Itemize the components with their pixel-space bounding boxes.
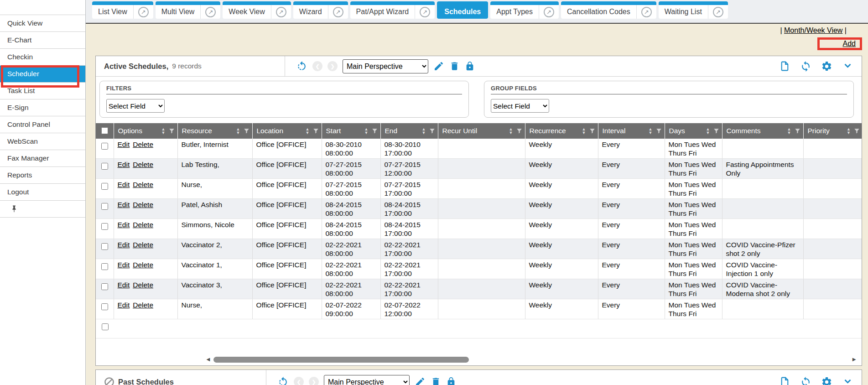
tab-wizard[interactable]: Wizard↗ (293, 1, 348, 19)
perspective-select[interactable]: Main Perspective (324, 375, 410, 385)
filter-funnel-icon[interactable] (794, 128, 801, 134)
scroll-left-arrow-icon[interactable]: ◄ (205, 356, 211, 362)
column-header-interval[interactable]: Interval ▲▼ (598, 123, 665, 139)
popout-arrow-icon[interactable]: ↗ (205, 7, 216, 17)
next-icon[interactable]: ❯ (327, 61, 338, 71)
tab-week-view[interactable]: Week View↗ (223, 1, 291, 19)
tab-cancellation-codes[interactable]: Cancellation Codes↗ (561, 1, 656, 19)
sidebar-item-e-chart[interactable]: E-Chart (0, 32, 85, 49)
prev-icon[interactable]: ❮ (294, 377, 304, 385)
refresh-icon[interactable] (800, 61, 811, 72)
sidebar-pin-row[interactable] (0, 201, 85, 218)
popout-arrow-icon[interactable]: ↗ (544, 7, 554, 17)
popout-arrow-icon[interactable]: ↗ (420, 7, 430, 17)
edit-link[interactable]: Edit (118, 140, 130, 148)
collapse-chevron-icon[interactable] (842, 377, 853, 385)
delete-trash-icon[interactable] (449, 61, 460, 72)
edit-link[interactable]: Edit (118, 161, 130, 168)
edit-pencil-icon[interactable] (433, 61, 444, 72)
month-week-view-link[interactable]: Month/Week View (784, 26, 842, 34)
delete-link[interactable]: Delete (133, 201, 153, 208)
tab-popout-area[interactable]: ↗ (328, 5, 348, 19)
row-checkbox[interactable] (101, 143, 108, 150)
popout-arrow-icon[interactable]: ↗ (138, 7, 149, 17)
row-checkbox[interactable] (101, 223, 108, 230)
select-all-checkbox[interactable] (101, 127, 108, 134)
filter-funnel-icon[interactable] (429, 128, 436, 134)
sort-icon[interactable]: ▲▼ (161, 127, 166, 135)
edit-pencil-icon[interactable] (415, 376, 426, 385)
tab-popout-area[interactable]: ↗ (271, 5, 291, 19)
popout-arrow-icon[interactable]: ↗ (713, 7, 723, 17)
edit-link[interactable]: Edit (118, 241, 130, 249)
tab-popout-area[interactable]: ↗ (636, 5, 656, 19)
filter-funnel-icon[interactable] (312, 128, 319, 134)
sort-icon[interactable]: ▲▼ (236, 127, 240, 135)
sidebar-item-reports[interactable]: Reports (0, 167, 85, 184)
sidebar-item-fax-manager[interactable]: Fax Manager (0, 150, 85, 167)
filters-field-select[interactable]: Select Field (106, 99, 165, 113)
sidebar-item-logout[interactable]: Logout (0, 184, 85, 201)
tab-popout-area[interactable]: ↗ (708, 5, 728, 19)
row-checkbox[interactable] (101, 183, 108, 190)
tab-pat-appt-wizard[interactable]: Pat/Appt Wizard↗ (350, 1, 435, 19)
horizontal-scrollbar-thumb[interactable] (213, 357, 469, 363)
new-document-icon[interactable] (779, 376, 790, 385)
edit-link[interactable]: Edit (118, 221, 130, 229)
delete-link[interactable]: Delete (133, 301, 153, 309)
filter-funnel-icon[interactable] (655, 128, 662, 134)
delete-link[interactable]: Delete (133, 140, 153, 148)
row-checkbox[interactable] (101, 163, 108, 170)
tab-schedules[interactable]: Schedules (437, 1, 488, 19)
sidebar-item-scheduler[interactable]: Scheduler (0, 66, 85, 83)
column-header-recurrence[interactable]: Recurrence ▲▼ (525, 123, 598, 139)
edit-link[interactable]: Edit (118, 181, 130, 188)
row-checkbox[interactable] (101, 243, 108, 250)
row-checkbox[interactable] (101, 203, 108, 210)
filter-funnel-icon[interactable] (168, 128, 175, 134)
column-header-comments[interactable]: Comments ▲▼ (722, 123, 803, 139)
column-header-recur-until[interactable]: Recur Until ▲▼ (438, 123, 525, 139)
tab-popout-area[interactable]: ↗ (133, 5, 153, 19)
tab-popout-area[interactable]: ↗ (415, 5, 435, 19)
sidebar-item-e-sign[interactable]: E-Sign (0, 99, 85, 116)
sort-icon[interactable]: ▲▼ (582, 127, 586, 135)
collapse-chevron-icon[interactable] (842, 61, 853, 71)
filter-funnel-icon[interactable] (713, 128, 720, 134)
column-header-options[interactable]: Options ▲▼ (114, 123, 177, 139)
tab-popout-area[interactable]: ↗ (200, 5, 220, 19)
sidebar-item-control-panel[interactable]: Control Panel (0, 116, 85, 133)
popout-arrow-icon[interactable]: ↗ (641, 7, 652, 17)
sort-icon[interactable]: ▲▼ (649, 127, 653, 135)
undo-icon[interactable] (296, 61, 307, 72)
tab-multi-view[interactable]: Multi View↗ (156, 1, 221, 19)
refresh-icon[interactable] (800, 376, 811, 385)
tab-popout-area[interactable]: ↗ (539, 5, 559, 19)
tab-appt-types[interactable]: Appt Types↗ (490, 1, 559, 19)
lock-icon[interactable] (465, 61, 475, 72)
sort-icon[interactable]: ▲▼ (306, 127, 310, 135)
sidebar-item-task-list[interactable]: Task List (0, 83, 85, 99)
new-document-icon[interactable] (779, 60, 790, 72)
settings-gear-icon[interactable] (821, 61, 832, 72)
delete-link[interactable]: Delete (133, 181, 153, 188)
scroll-right-arrow-icon[interactable]: ► (851, 356, 857, 362)
delete-link[interactable]: Delete (133, 221, 153, 229)
perspective-select[interactable]: Main Perspective (343, 59, 428, 73)
pin-icon[interactable] (11, 205, 17, 213)
add-link[interactable]: Add (843, 40, 856, 48)
sort-icon[interactable]: ▲▼ (364, 127, 369, 135)
column-header-days[interactable]: Days ▲▼ (665, 123, 722, 139)
popout-arrow-icon[interactable]: ↗ (276, 7, 286, 17)
delete-link[interactable]: Delete (133, 241, 153, 249)
column-header-priority[interactable]: Priority ▲▼ (803, 123, 862, 139)
sidebar-item-webscan[interactable]: WebScan (0, 133, 85, 150)
sidebar-item-checkin[interactable]: Checkin (0, 49, 85, 66)
row-checkbox[interactable] (101, 263, 108, 270)
group-field-select[interactable]: Select Field (491, 99, 549, 113)
lock-icon[interactable] (446, 376, 456, 385)
edit-link[interactable]: Edit (118, 301, 130, 309)
filter-funnel-icon[interactable] (589, 128, 596, 134)
next-icon[interactable]: ❯ (309, 377, 319, 385)
sidebar-item-quick-view[interactable]: Quick View (0, 15, 85, 32)
